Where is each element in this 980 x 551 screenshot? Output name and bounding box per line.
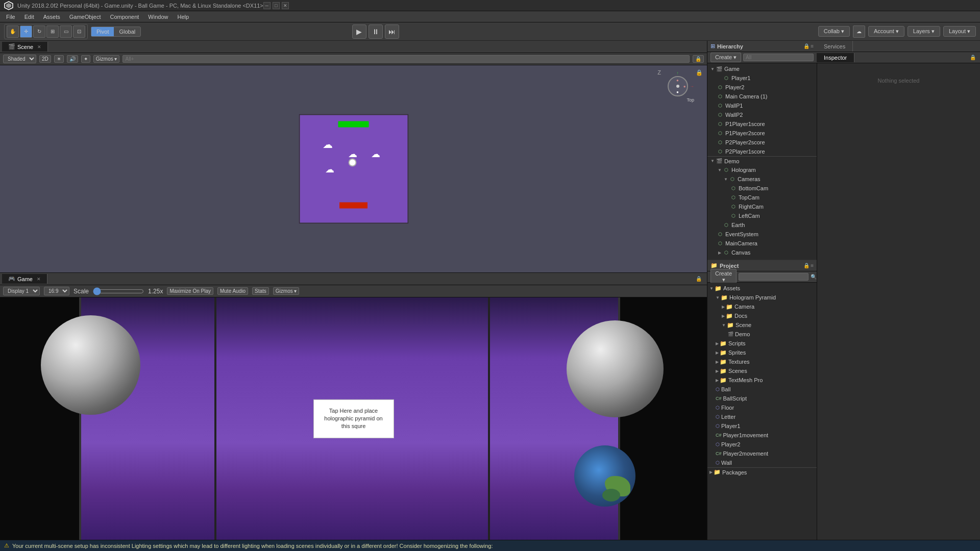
project-content[interactable]: ▼ 📁 Assets ▼ 📁 Hologram Pyramid ▶ 📁 Came… [707,283,817,540]
transform-tool[interactable]: ⊡ [73,26,85,38]
project-search-input[interactable] [739,273,808,281]
gizmos-button[interactable]: Gizmos ▾ [93,55,120,63]
game-tab[interactable]: 🎮 Game ✕ [2,274,47,284]
project-hologram-pyramid[interactable]: ▼ 📁 Hologram Pyramid [707,293,817,302]
menu-help[interactable]: Help [173,13,193,21]
layers-button[interactable]: Layers ▾ [908,26,940,37]
hierarchy-item-demo[interactable]: ▼ 🎬 Demo [707,156,817,165]
scene-tab[interactable]: 🎬 Scene ✕ [2,42,48,52]
hierarchy-item-wallp2[interactable]: ⬡ WallP2 [707,110,817,119]
project-ballscript[interactable]: C# BallScript [707,394,817,403]
account-button[interactable]: Account ▾ [868,26,904,37]
project-docs[interactable]: ▶ 📁 Docs [707,311,817,320]
hierarchy-item-maincamera1[interactable]: ⬡ Main Camera (1) [707,92,817,101]
hierarchy-item-game[interactable]: ▼ 🎬 Game [707,64,817,73]
project-player2movement[interactable]: C# Player2movement [707,449,817,458]
project-player1movement[interactable]: C# Player1movement [707,431,817,440]
hierarchy-item-p1p2score[interactable]: ⬡ P1Player2score [707,129,817,138]
ball-object[interactable] [348,159,356,167]
project-packages[interactable]: ▶ 📁 Packages [707,467,817,477]
render-mode-select[interactable]: Shaded [3,55,36,63]
project-sprites[interactable]: ▶ 📁 Sprites [707,348,817,357]
inspector-lock-btn[interactable]: 🔒 [966,55,980,60]
project-wall[interactable]: ⬡ Wall [707,458,817,467]
menu-file[interactable]: File [2,13,19,21]
hierarchy-lock-btn[interactable]: 🔒 [803,43,810,49]
game-tab-close[interactable]: ✕ [37,277,41,282]
game-panel-lock[interactable]: 🔒 [693,276,705,282]
hierarchy-item-cameras[interactable]: ▼ ⬡ Cameras [707,174,817,184]
hierarchy-create-btn[interactable]: Create ▾ [710,53,741,62]
hierarchy-item-player1[interactable]: ⬡ Player1 [707,73,817,83]
rotate-tool[interactable]: ↻ [33,26,45,38]
hierarchy-item-earth[interactable]: ⬡ Earth [707,220,817,230]
hierarchy-item-leftcam[interactable]: ⬡ LeftCam [707,211,817,220]
services-tab[interactable]: Services [817,41,853,52]
hierarchy-content[interactable]: ▼ 🎬 Game ⬡ Player1 ⬡ Player2 ⬡ [707,63,817,260]
hierarchy-item-p1p1score[interactable]: ⬡ P1Player1score [707,119,817,129]
hierarchy-item-rightcam[interactable]: ⬡ RightCam [707,202,817,211]
step-button[interactable]: ⏭ [385,24,399,39]
effects-toggle[interactable]: ✦ [81,55,90,63]
project-letter[interactable]: ⬡ Letter [707,412,817,421]
hierarchy-item-player2[interactable]: ⬡ Player2 [707,83,817,92]
scene-tab-close[interactable]: ✕ [37,44,41,49]
hierarchy-item-topcam[interactable]: ⬡ TopCam [707,193,817,202]
project-textmesh[interactable]: ▶ 📁 TextMesh Pro [707,375,817,385]
move-tool[interactable]: ✛ [20,26,32,38]
hierarchy-item-eventsystem[interactable]: ⬡ EventSystem [707,230,817,239]
hierarchy-menu-btn[interactable]: ≡ [811,43,814,49]
aspect-select[interactable]: 16:9 [44,287,69,295]
project-player2[interactable]: ⬡ Player2 [707,440,817,449]
project-textures[interactable]: ▶ 📁 Textures [707,357,817,366]
hierarchy-item-wallp1[interactable]: ⬡ WallP1 [707,101,817,110]
scale-slider[interactable] [93,287,144,295]
menu-assets[interactable]: Assets [39,13,64,21]
hierarchy-item-canvas[interactable]: ▶ ⬡ Canvas [707,248,817,257]
hand-tool[interactable]: ✋ [7,26,19,38]
scene-lock[interactable]: 🔒 [693,55,704,63]
close-button[interactable]: ✕ [282,2,289,9]
audio-toggle[interactable]: 🔊 [67,55,78,63]
game-gizmos-button[interactable]: Gizmos ▾ [273,287,300,295]
project-scene-folder[interactable]: ▼ 📁 Scene [707,320,817,330]
hierarchy-search-input[interactable] [743,54,814,61]
menu-gameobject[interactable]: GameObject [65,13,105,21]
display-select[interactable]: Display 1 [3,287,40,295]
rect-tool[interactable]: ▭ [60,26,72,38]
collab-button[interactable]: Collab ▾ [818,26,850,37]
hierarchy-item-hologram[interactable]: ▼ ⬡ Hologram [707,165,817,174]
project-assets[interactable]: ▼ 📁 Assets [707,284,817,293]
2d-toggle[interactable]: 2D [39,55,51,63]
game-viewport-scene[interactable]: ☁ ☁ ☁ ☁ [299,114,408,224]
project-player1[interactable]: ⬡ Player1 [707,421,817,431]
cloud-button[interactable]: ☁ [853,26,865,38]
project-scripts[interactable]: ▶ 📁 Scripts [707,339,817,348]
project-demo-scene[interactable]: 🎬 Demo [707,330,817,339]
menu-window[interactable]: Window [144,13,172,21]
inspector-tab[interactable]: Inspector [817,53,854,62]
minimize-button[interactable]: ─ [263,2,271,9]
project-ball[interactable]: ⬡ Ball [707,385,817,394]
hierarchy-item-p2p2score[interactable]: ⬡ P2Player2score [707,138,817,147]
lighting-toggle[interactable]: ☀ [54,55,64,63]
pivot-button[interactable]: Pivot [91,27,114,36]
scene-search[interactable] [122,55,690,63]
layout-button[interactable]: Layout ▾ [943,26,976,37]
hierarchy-item-maincamera2[interactable]: ⬡ MainCamera [707,239,817,248]
project-camera-folder[interactable]: ▶ 📁 Camera [707,302,817,311]
menu-edit[interactable]: Edit [20,13,38,21]
project-lock-btn[interactable]: 🔒 [803,263,810,268]
hierarchy-item-p2p1score[interactable]: ⬡ P2Player1score [707,147,817,156]
menu-component[interactable]: Component [106,13,143,21]
play-button[interactable]: ▶ [352,24,366,39]
scene-lock-icon[interactable]: 🔒 [696,69,703,76]
project-scenes[interactable]: ▶ 📁 Scenes [707,366,817,375]
maximize-on-play-button[interactable]: Maximize On Play [167,287,213,295]
stats-button[interactable]: Stats [252,287,269,295]
pause-button[interactable]: ⏸ [369,24,383,39]
scale-tool[interactable]: ⊞ [46,26,59,38]
mute-audio-button[interactable]: Mute Audio [217,287,248,295]
maximize-button[interactable]: □ [273,2,280,9]
hierarchy-item-bottomcam[interactable]: ⬡ BottomCam [707,184,817,193]
